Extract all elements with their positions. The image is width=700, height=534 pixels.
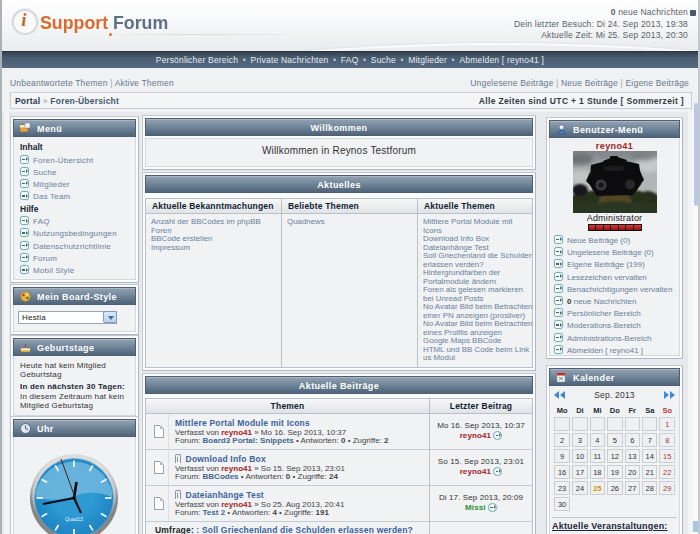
svg-text:Quad13: Quad13 — [65, 516, 83, 522]
